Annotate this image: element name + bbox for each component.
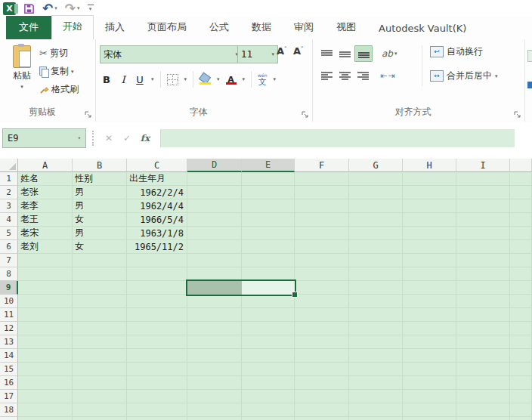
cell-G2[interactable]	[349, 186, 403, 199]
cell-clipped-10[interactable]	[510, 295, 532, 308]
cell-G13[interactable]	[349, 335, 403, 349]
cell-B6[interactable]: 女	[73, 240, 127, 254]
cell-H12[interactable]	[403, 322, 456, 335]
column-header-A[interactable]: A	[18, 159, 73, 172]
cell-I12[interactable]	[456, 322, 510, 335]
cell-E17[interactable]	[242, 390, 295, 403]
cell-A12[interactable]	[18, 322, 73, 335]
font-color-dropdown-icon[interactable]: ▾	[243, 76, 246, 82]
cell-C3[interactable]: 1962/4/4	[127, 199, 187, 213]
paste-dropdown-icon[interactable]: ▾	[20, 84, 23, 90]
cell-G16[interactable]	[349, 376, 403, 390]
cell-C6[interactable]: 1965/11/2	[127, 240, 187, 254]
tab-数据[interactable]: 数据	[240, 16, 283, 39]
bold-button[interactable]: B	[101, 74, 112, 85]
cell-I4[interactable]	[456, 213, 510, 227]
cell-F19[interactable]	[295, 417, 349, 420]
cell-B12[interactable]	[73, 322, 127, 335]
font-dialog-launcher-icon[interactable]	[302, 111, 309, 119]
save-button[interactable]	[23, 3, 35, 14]
cell-A11[interactable]	[18, 308, 73, 322]
underline-dropdown-icon[interactable]: ▾	[151, 76, 154, 82]
cell-G14[interactable]	[349, 349, 403, 363]
cell-clipped-16[interactable]	[510, 376, 532, 390]
cell-E18[interactable]	[242, 403, 295, 417]
cell-clipped-4[interactable]	[510, 213, 532, 227]
cell-C9[interactable]	[127, 281, 187, 295]
cell-I2[interactable]	[456, 186, 510, 199]
decrease-indent-button[interactable]: ⇤	[380, 71, 386, 81]
column-header-C[interactable]: C	[127, 159, 187, 172]
cell-G18[interactable]	[349, 403, 403, 417]
cell-C10[interactable]	[127, 295, 187, 308]
cell-D10[interactable]	[187, 295, 242, 308]
cell-I3[interactable]	[456, 199, 510, 213]
cell-I1[interactable]	[456, 172, 510, 186]
orientation-dropdown-icon[interactable]: ▾	[394, 51, 397, 57]
column-header-G[interactable]: G	[349, 159, 403, 172]
cell-F1[interactable]	[295, 172, 349, 186]
cell-G7[interactable]	[349, 254, 403, 267]
cell-D14[interactable]	[187, 349, 242, 363]
cell-F18[interactable]	[295, 403, 349, 417]
cell-H2[interactable]	[403, 186, 456, 199]
cell-clipped-9[interactable]	[510, 281, 532, 295]
cell-H13[interactable]	[403, 335, 456, 349]
cell-C15[interactable]	[127, 363, 187, 376]
cell-B5[interactable]: 男	[73, 227, 127, 240]
align-middle-button[interactable]	[336, 46, 353, 61]
shrink-font-button[interactable]: Aˇ	[293, 45, 304, 57]
cell-clipped-14[interactable]	[510, 349, 532, 363]
cell-A6[interactable]: 老刘	[18, 240, 73, 254]
cell-I8[interactable]	[456, 267, 510, 281]
cell-I19[interactable]	[456, 417, 510, 420]
cancel-button[interactable]: ✕	[100, 133, 118, 144]
cell-D11[interactable]	[187, 308, 242, 322]
cell-D7[interactable]	[187, 254, 242, 267]
cell-clipped-13[interactable]	[510, 335, 532, 349]
cell-E12[interactable]	[242, 322, 295, 335]
cell-clipped-12[interactable]	[510, 322, 532, 335]
cell-H17[interactable]	[403, 390, 456, 403]
row-header-4[interactable]: 4	[0, 213, 18, 227]
cell-clipped-5[interactable]	[510, 227, 532, 240]
cell-A1[interactable]: 姓名	[18, 172, 73, 186]
row-header-12[interactable]: 12	[0, 322, 18, 335]
cell-D15[interactable]	[187, 363, 242, 376]
cut-button[interactable]: ✂ 剪切	[39, 47, 68, 60]
cell-B16[interactable]	[73, 376, 127, 390]
cell-clipped-18[interactable]	[510, 403, 532, 417]
cell-clipped-8[interactable]	[510, 267, 532, 281]
cell-C2[interactable]: 1962/2/4	[127, 186, 187, 199]
cell-B4[interactable]: 女	[73, 213, 127, 227]
cell-A2[interactable]: 老张	[18, 186, 73, 199]
cell-G9[interactable]	[349, 281, 403, 295]
tab-插入[interactable]: 插入	[94, 16, 136, 39]
undo-button[interactable]: ↶ ▾	[42, 2, 57, 15]
cell-H4[interactable]	[403, 213, 456, 227]
cell-G12[interactable]	[349, 322, 403, 335]
cell-F9[interactable]	[295, 281, 349, 295]
cell-G5[interactable]	[349, 227, 403, 240]
cell-D4[interactable]	[187, 213, 242, 227]
cell-I18[interactable]	[456, 403, 510, 417]
cell-E10[interactable]	[242, 295, 295, 308]
cell-D13[interactable]	[187, 335, 242, 349]
cell-A3[interactable]: 老李	[18, 199, 73, 213]
cell-F11[interactable]	[295, 308, 349, 322]
cell-F5[interactable]	[295, 227, 349, 240]
cell-C7[interactable]	[127, 254, 187, 267]
borders-icon[interactable]	[167, 74, 178, 85]
cell-G19[interactable]	[349, 417, 403, 420]
cell-E19[interactable]	[242, 417, 295, 420]
column-header-E[interactable]: E	[242, 159, 295, 172]
cell-G1[interactable]	[349, 172, 403, 186]
cell-A16[interactable]	[18, 376, 73, 390]
cell-clipped-3[interactable]	[510, 199, 532, 213]
column-header-I[interactable]: I	[456, 159, 510, 172]
name-box[interactable]: E9 ▾	[2, 128, 86, 148]
redo-dropdown-icon[interactable]: ▾	[77, 6, 80, 11]
cell-E5[interactable]	[242, 227, 295, 240]
name-box-dropdown-icon[interactable]: ▾	[78, 135, 81, 141]
fill-handle[interactable]	[292, 292, 298, 298]
